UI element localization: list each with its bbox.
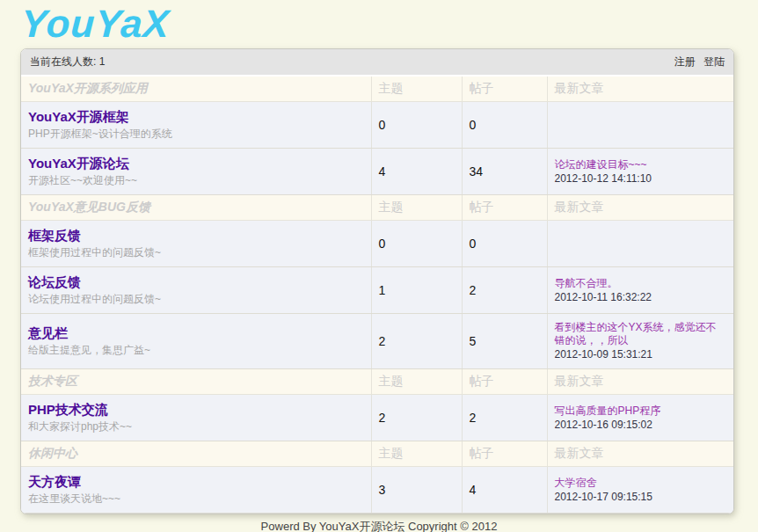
forum-row: 框架反馈框架使用过程中的问题反馈~00: [21, 221, 733, 267]
forum-link[interactable]: 框架反馈: [28, 228, 81, 243]
latest-post-cell: 论坛的建设目标~~~2012-10-12 14:11:10: [547, 149, 733, 195]
latest-post-link[interactable]: 导航不合理。: [555, 277, 727, 290]
latest-column-header: 最新文章: [547, 441, 733, 467]
latest-post-link[interactable]: 大学宿舍: [555, 477, 727, 490]
category-header-row: YouYaX意见BUG反馈主题帖子最新文章: [21, 195, 733, 221]
topics-count: 1: [371, 267, 462, 314]
forum-name-cell: 意见栏给版主提意见，集思广益~: [21, 314, 371, 369]
forum-name-cell: 天方夜谭在这里谈天说地~~~: [21, 467, 371, 514]
latest-column-header: 最新文章: [547, 369, 733, 395]
forum-description: PHP开源框架~设计合理的系统: [28, 128, 364, 141]
posts-column-header: 帖子: [462, 369, 547, 395]
latest-post-cell: 看到楼主的这个YX系统，感觉还不错的说，，所以2012-10-09 15:31:…: [547, 314, 733, 369]
register-link[interactable]: 注册: [674, 55, 696, 68]
forum-row: 天方夜谭在这里谈天说地~~~34大学宿舍2012-10-17 09:15:15: [21, 467, 733, 514]
forum-link[interactable]: PHP技术交流: [28, 402, 108, 417]
forum-description: 和大家探讨php技术~~: [28, 420, 364, 434]
forum-name-cell: YouYaX开源论坛开源社区~~欢迎使用~~: [21, 149, 371, 195]
forum-row: YouYaX开源框架PHP开源框架~设计合理的系统00: [21, 102, 733, 149]
forum-description: 论坛使用过程中的问题反馈~: [28, 293, 364, 306]
latest-post-date: 2012-10-09 15:31:21: [555, 348, 727, 361]
topics-count: 2: [371, 314, 462, 369]
forum-row: PHP技术交流和大家探讨php技术~~22写出高质量的PHP程序2012-10-…: [21, 395, 733, 441]
forum-row: 论坛反馈论坛使用过程中的问题反馈~12导航不合理。2012-10-11 16:3…: [21, 267, 733, 314]
forum-link[interactable]: YouYaX开源论坛: [28, 156, 129, 171]
login-link[interactable]: 登陆: [703, 55, 725, 68]
topics-column-header: 主题: [371, 441, 462, 467]
category-title: 休闲中心: [21, 441, 371, 467]
forum-description: 框架使用过程中的问题反馈~: [28, 246, 364, 259]
posts-count: 2: [462, 267, 547, 314]
latest-post-cell: 写出高质量的PHP程序2012-10-16 09:15:02: [547, 395, 733, 441]
online-users-text: 当前在线人数: 1: [30, 55, 105, 69]
footer-text: Powerd By YouYaX开源论坛 Copyright © 2012: [0, 514, 758, 532]
forum-table-body: YouYaX开源系列应用主题帖子最新文章YouYaX开源框架PHP开源框架~设计…: [21, 77, 733, 514]
forum-description: 给版主提意见，集思广益~: [28, 344, 364, 357]
topics-count: 4: [371, 149, 462, 195]
posts-count: 0: [462, 102, 547, 149]
category-title: 技术专区: [21, 369, 371, 395]
category-header-row: YouYaX开源系列应用主题帖子最新文章: [21, 77, 733, 102]
forum-row: 意见栏给版主提意见，集思广益~25看到楼主的这个YX系统，感觉还不错的说，，所以…: [21, 314, 733, 369]
forum-table: YouYaX开源系列应用主题帖子最新文章YouYaX开源框架PHP开源框架~设计…: [21, 77, 733, 514]
posts-count: 2: [462, 395, 547, 441]
forum-row: YouYaX开源论坛开源社区~~欢迎使用~~434论坛的建设目标~~~2012-…: [21, 149, 733, 195]
latest-post-date: 2012-10-11 16:32:22: [555, 291, 727, 304]
latest-post-cell: 导航不合理。2012-10-11 16:32:22: [547, 267, 733, 314]
category-title: YouYaX意见BUG反馈: [21, 195, 371, 221]
forum-name-cell: PHP技术交流和大家探讨php技术~~: [21, 395, 371, 441]
latest-post-date: 2012-10-16 09:15:02: [555, 419, 727, 432]
topbar-links: 注册 登陆: [669, 55, 725, 69]
main-container: 当前在线人数: 1 注册 登陆 YouYaX开源系列应用主题帖子最新文章YouY…: [20, 48, 734, 514]
topics-column-header: 主题: [371, 195, 462, 221]
forum-link[interactable]: 天方夜谭: [28, 474, 81, 489]
latest-post-date: 2012-10-17 09:15:15: [555, 491, 727, 504]
latest-post-cell: [547, 221, 733, 267]
category-header-row: 休闲中心主题帖子最新文章: [21, 441, 733, 467]
latest-column-header: 最新文章: [547, 195, 733, 221]
latest-column-header: 最新文章: [547, 77, 733, 102]
forum-name-cell: YouYaX开源框架PHP开源框架~设计合理的系统: [21, 102, 371, 149]
posts-column-header: 帖子: [462, 441, 547, 467]
topics-column-header: 主题: [371, 77, 462, 102]
topics-column-header: 主题: [371, 369, 462, 395]
posts-column-header: 帖子: [462, 77, 547, 102]
latest-post-cell: [547, 102, 733, 149]
posts-column-header: 帖子: [462, 195, 547, 221]
latest-post-link[interactable]: 论坛的建设目标~~~: [555, 158, 727, 171]
forum-link[interactable]: 意见栏: [28, 325, 68, 340]
topbar: 当前在线人数: 1 注册 登陆: [21, 49, 733, 75]
topics-count: 2: [371, 395, 462, 441]
posts-count: 4: [462, 467, 547, 514]
posts-count: 34: [462, 149, 547, 195]
topics-count: 0: [371, 102, 462, 149]
category-title: YouYaX开源系列应用: [21, 77, 371, 102]
posts-count: 0: [462, 221, 547, 267]
forum-name-cell: 论坛反馈论坛使用过程中的问题反馈~: [21, 267, 371, 314]
topics-count: 3: [371, 467, 462, 514]
latest-post-date: 2012-10-12 14:11:10: [555, 172, 727, 186]
category-header-row: 技术专区主题帖子最新文章: [21, 369, 733, 395]
latest-post-link[interactable]: 看到楼主的这个YX系统，感觉还不错的说，，所以: [555, 321, 727, 347]
forum-link[interactable]: YouYaX开源框架: [28, 109, 129, 124]
forum-description: 在这里谈天说地~~~: [28, 492, 364, 506]
forum-name-cell: 框架反馈框架使用过程中的问题反馈~: [21, 221, 371, 267]
forum-description: 开源社区~~欢迎使用~~: [28, 174, 364, 187]
latest-post-link[interactable]: 写出高质量的PHP程序: [555, 404, 727, 418]
forum-link[interactable]: 论坛反馈: [28, 274, 81, 289]
site-logo: YouYaX: [20, 2, 171, 46]
topics-count: 0: [371, 221, 462, 267]
latest-post-cell: 大学宿舍2012-10-17 09:15:15: [547, 467, 733, 514]
posts-count: 5: [462, 314, 547, 369]
